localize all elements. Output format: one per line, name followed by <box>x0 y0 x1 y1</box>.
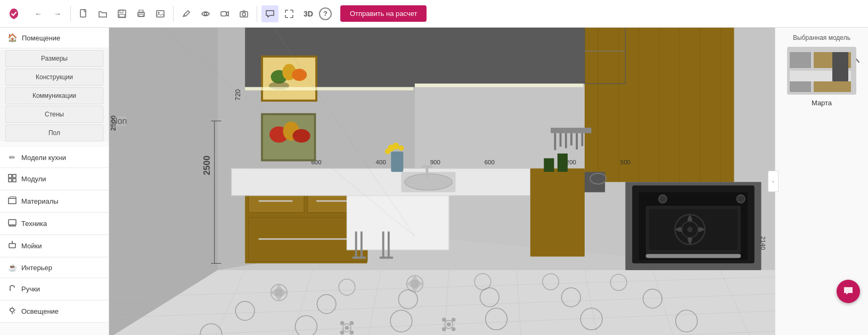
right-panel-title: Выбранная модель <box>793 34 850 41</box>
svg-rect-3 <box>119 14 125 17</box>
main-toolbar: ← → 3D ? Отправить на расчет <box>0 0 868 28</box>
svg-rect-153 <box>565 133 567 148</box>
svg-text:500: 500 <box>620 159 630 165</box>
sidebar-konstruktsii[interactable]: Конструкции <box>5 69 103 86</box>
svg-point-21 <box>12 241 13 242</box>
send-calc-btn[interactable]: Отправить на расчет <box>340 5 427 22</box>
open-file-btn[interactable] <box>94 5 111 22</box>
panel-expand-btn[interactable]: ‹ <box>768 171 779 192</box>
sidebar-tehnika-label: Техника <box>21 220 47 228</box>
interior-icon: ☕ <box>7 263 17 272</box>
svg-rect-7 <box>157 11 164 17</box>
sidebar-item-mojki[interactable]: Мойки <box>0 235 109 257</box>
svg-point-162 <box>398 145 404 150</box>
svg-point-8 <box>158 12 160 13</box>
svg-point-128 <box>687 227 692 232</box>
svg-line-28 <box>10 308 11 309</box>
comment-btn[interactable] <box>261 5 279 22</box>
svg-rect-182 <box>832 52 848 81</box>
new-file-btn[interactable] <box>75 5 92 22</box>
pomeshenie-subitems: Размеры Конструкции Коммуникации Стены П… <box>0 50 109 141</box>
svg-rect-180 <box>790 81 811 92</box>
svg-text:900: 900 <box>430 159 440 165</box>
sidebar-item-pomeshenie[interactable]: 🏠 Помещение <box>0 28 109 48</box>
svg-rect-13 <box>9 174 12 178</box>
svg-point-122 <box>737 195 745 203</box>
sidebar-pol[interactable]: Пол <box>5 124 103 141</box>
help-btn[interactable]: ? <box>319 7 332 20</box>
svg-point-163 <box>385 149 390 154</box>
pencil-tool-btn[interactable] <box>178 5 195 22</box>
floor-tiles <box>109 270 775 335</box>
sidebar-osveshenie-label: Освещение <box>21 307 59 315</box>
svg-point-71 <box>345 326 349 330</box>
sidebar-item-modeli-kuhni[interactable]: ✏ Модели кухни <box>0 147 109 168</box>
svg-rect-156 <box>581 133 583 146</box>
sidebar-kommunikatsii[interactable]: Коммуникации <box>5 87 103 104</box>
svg-point-73 <box>350 321 354 325</box>
materials-icon <box>7 196 17 206</box>
svg-rect-174 <box>245 87 413 90</box>
sidebar-item-materialy[interactable]: Материалы <box>0 190 109 213</box>
sidebar-steny[interactable]: Стены <box>5 106 103 123</box>
viewport[interactable]: 900 800 200 580 600 <box>109 28 775 335</box>
sidebar: 🏠 Помещение Размеры Конструкции Коммуник… <box>0 28 109 335</box>
svg-text:400: 400 <box>376 159 386 165</box>
svg-rect-165 <box>355 231 357 258</box>
toolbar-sep-1 <box>70 6 71 22</box>
svg-point-121 <box>659 195 667 203</box>
sidebar-razmery[interactable]: Размеры <box>5 50 103 67</box>
svg-point-12 <box>242 13 245 16</box>
svg-rect-92 <box>415 28 585 83</box>
svg-marker-108 <box>232 169 530 196</box>
forward-btn[interactable]: → <box>49 5 66 22</box>
sidebar-item-ruchki[interactable]: Ручки <box>0 278 109 300</box>
camera-btn[interactable] <box>235 5 252 22</box>
sidebar-item-tehnika[interactable]: Техника <box>0 213 109 235</box>
svg-rect-168 <box>381 228 390 231</box>
svg-text:2500: 2500 <box>202 156 212 175</box>
sidebar-moduli-label: Модули <box>21 175 46 183</box>
fullscreen-btn[interactable] <box>281 5 298 22</box>
save-btn[interactable] <box>113 5 130 22</box>
handles-icon <box>7 284 17 294</box>
svg-point-23 <box>11 308 14 312</box>
svg-rect-117 <box>530 169 585 257</box>
model-name: Марта <box>812 99 832 107</box>
svg-rect-150 <box>551 128 592 133</box>
image-btn[interactable] <box>152 5 169 22</box>
svg-rect-171 <box>380 257 394 259</box>
svg-rect-113 <box>422 165 432 168</box>
sidebar-item-osveshenie[interactable]: Освещение <box>0 300 109 323</box>
sidebar-modeli-label: Модели кухни <box>21 154 66 162</box>
3d-view-btn[interactable]: 3D <box>300 5 317 22</box>
model-thumbnail <box>787 47 856 95</box>
main-content: 🏠 Помещение Размеры Конструкции Коммуник… <box>0 28 868 335</box>
svg-text:600: 600 <box>485 159 495 165</box>
svg-rect-18 <box>9 220 16 225</box>
sidebar-pomeshenie-label: Помещение <box>22 34 60 42</box>
app-logo <box>4 4 23 23</box>
video-btn[interactable] <box>216 5 233 22</box>
back-btn[interactable]: ← <box>30 5 47 22</box>
chat-button[interactable] <box>837 280 860 303</box>
sidebar-mojki-label: Мойки <box>21 242 42 250</box>
eye-btn[interactable] <box>197 5 214 22</box>
right-panel: ‹ Выбранная модель Марта <box>775 28 868 335</box>
svg-rect-177 <box>790 52 811 68</box>
sidebar-materialy-label: Материалы <box>21 197 59 205</box>
svg-rect-164 <box>354 228 363 231</box>
sidebar-item-moduli[interactable]: Модули <box>0 168 109 190</box>
kitchen-scene-svg: 900 800 200 580 600 <box>109 28 775 335</box>
print-btn[interactable] <box>133 5 150 22</box>
svg-rect-14 <box>13 174 16 178</box>
svg-rect-10 <box>221 12 226 16</box>
lighting-icon <box>7 306 17 316</box>
svg-point-79 <box>452 317 456 322</box>
svg-rect-17 <box>9 198 16 204</box>
sidebar-item-interer[interactable]: ☕ Интерьер <box>0 257 109 278</box>
toolbar-sep-2 <box>173 6 174 22</box>
svg-rect-170 <box>388 231 390 258</box>
toolbar-sep-3 <box>257 6 257 22</box>
svg-point-9 <box>204 12 207 15</box>
